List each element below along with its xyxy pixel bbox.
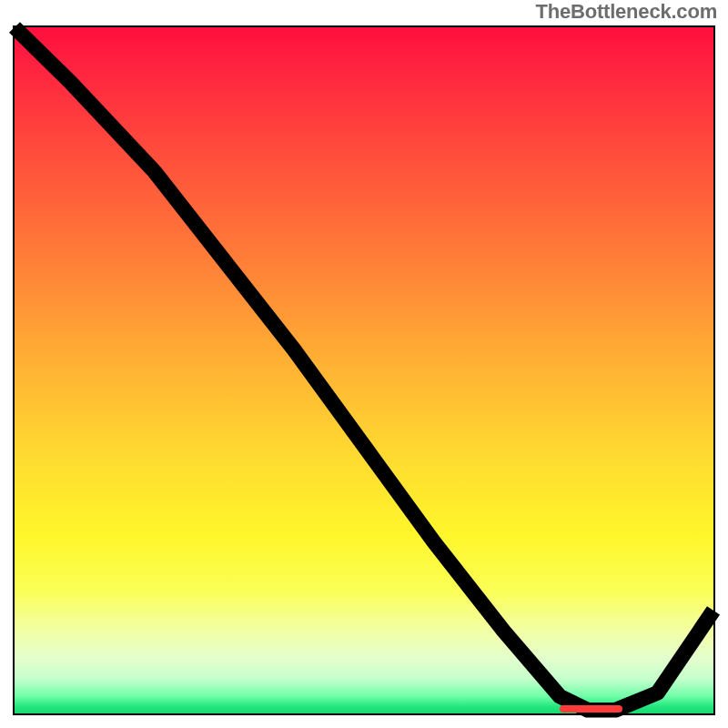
bottleneck-curve — [15, 27, 713, 713]
optimal-marker — [560, 705, 622, 713]
plot-area — [13, 25, 715, 715]
attribution-text: TheBottleneck.com — [535, 0, 717, 24]
